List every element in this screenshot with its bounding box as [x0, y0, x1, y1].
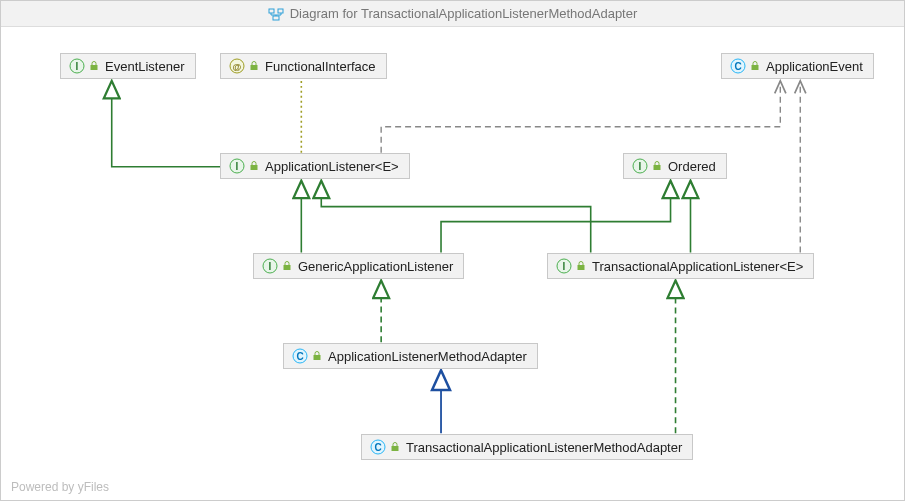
svg-text:I: I — [76, 61, 79, 72]
lock-icon — [312, 351, 322, 361]
node-label: TransactionalApplicationListener<E> — [590, 259, 803, 274]
node-label: ApplicationEvent — [764, 59, 863, 74]
node-transactional-application-listener[interactable]: I TransactionalApplicationListener<E> — [547, 253, 814, 279]
lock-icon — [89, 61, 99, 71]
node-event-listener[interactable]: I EventListener — [60, 53, 196, 79]
svg-text:@: @ — [233, 62, 242, 72]
node-label: ApplicationListenerMethodAdapter — [326, 349, 527, 364]
node-label: EventListener — [103, 59, 185, 74]
svg-rect-20 — [284, 265, 291, 270]
svg-rect-29 — [392, 446, 399, 451]
svg-rect-14 — [251, 165, 258, 170]
svg-text:I: I — [563, 261, 566, 272]
svg-text:C: C — [734, 61, 741, 72]
svg-rect-8 — [251, 65, 258, 70]
svg-rect-5 — [91, 65, 98, 70]
svg-text:I: I — [269, 261, 272, 272]
title-text: Diagram for TransactionalApplicationList… — [290, 6, 638, 21]
annotation-icon: @ — [229, 58, 245, 74]
svg-rect-11 — [752, 65, 759, 70]
node-ordered[interactable]: I Ordered — [623, 153, 727, 179]
node-application-listener-method-adapter[interactable]: C ApplicationListenerMethodAdapter — [283, 343, 538, 369]
svg-rect-2 — [273, 16, 279, 20]
svg-rect-1 — [278, 9, 283, 13]
svg-rect-23 — [578, 265, 585, 270]
class-icon: C — [370, 439, 386, 455]
titlebar: Diagram for TransactionalApplicationList… — [1, 1, 904, 27]
lock-icon — [750, 61, 760, 71]
svg-text:C: C — [374, 442, 381, 453]
lock-icon — [249, 161, 259, 171]
node-label: GenericApplicationListener — [296, 259, 453, 274]
node-functional-interface[interactable]: @ FunctionalInterface — [220, 53, 387, 79]
svg-text:I: I — [236, 161, 239, 172]
lock-icon — [652, 161, 662, 171]
diagram-canvas[interactable]: I EventListener @ FunctionalInterface C … — [1, 27, 904, 500]
node-label: FunctionalInterface — [263, 59, 376, 74]
interface-icon: I — [262, 258, 278, 274]
interface-icon: I — [229, 158, 245, 174]
node-application-listener[interactable]: I ApplicationListener<E> — [220, 153, 410, 179]
node-label: Ordered — [666, 159, 716, 174]
class-icon: C — [730, 58, 746, 74]
node-label: TransactionalApplicationListenerMethodAd… — [404, 440, 682, 455]
svg-rect-0 — [269, 9, 274, 13]
svg-rect-17 — [654, 165, 661, 170]
diagram-frame: Diagram for TransactionalApplicationList… — [0, 0, 905, 501]
class-icon: C — [292, 348, 308, 364]
node-generic-application-listener[interactable]: I GenericApplicationListener — [253, 253, 464, 279]
diagram-icon — [268, 6, 284, 22]
interface-icon: I — [556, 258, 572, 274]
lock-icon — [576, 261, 586, 271]
interface-icon: I — [632, 158, 648, 174]
lock-icon — [282, 261, 292, 271]
node-transactional-application-listener-method-adapter[interactable]: C TransactionalApplicationListenerMethod… — [361, 434, 693, 460]
lock-icon — [249, 61, 259, 71]
svg-text:I: I — [639, 161, 642, 172]
svg-text:C: C — [296, 351, 303, 362]
svg-rect-26 — [314, 355, 321, 360]
lock-icon — [390, 442, 400, 452]
node-label: ApplicationListener<E> — [263, 159, 399, 174]
node-application-event[interactable]: C ApplicationEvent — [721, 53, 874, 79]
interface-icon: I — [69, 58, 85, 74]
